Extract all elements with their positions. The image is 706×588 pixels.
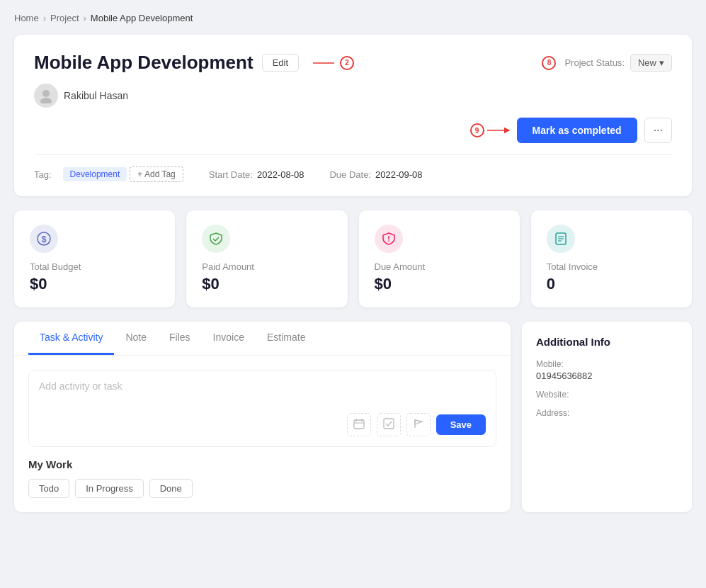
svg-text:!: ! [387, 234, 390, 243]
breadcrumb: Home › Project › Mobile App Development [14, 13, 692, 23]
flag-icon-button[interactable] [406, 413, 431, 436]
stat-total-budget: $ Total Budget $0 [14, 210, 175, 307]
breadcrumb-sep1: › [43, 13, 46, 23]
invoice-icon [547, 225, 575, 253]
breadcrumb-home[interactable]: Home [14, 13, 39, 23]
svg-point-2 [40, 98, 52, 103]
dollar-icon: $ [37, 232, 51, 246]
paid-label: Paid Amount [202, 261, 331, 272]
project-header-top: Mobile App Development Edit 2 8 Project … [34, 52, 672, 74]
mobile-label: Mobile: [536, 359, 678, 369]
breadcrumb-sep2: › [84, 13, 86, 23]
divider [34, 154, 672, 155]
tabs-row: Task & Activity Note Files Invoice Estim… [14, 322, 511, 356]
due-date-label: Due Date: [329, 169, 371, 180]
address-info: Address: [536, 408, 678, 418]
stat-total-invoice: Total Invoice 0 [531, 210, 692, 307]
mark-completed-button[interactable]: Mark as completed [517, 118, 637, 143]
invoice-label: Total Invoice [547, 261, 676, 272]
add-tag-button[interactable]: + Add Tag [130, 166, 183, 182]
save-button[interactable]: Save [436, 414, 486, 435]
stat-paid-amount: Paid Amount $0 [186, 210, 347, 307]
due-date-group: Due Date: 2022-09-08 [329, 169, 422, 180]
avatar [34, 84, 58, 108]
start-date-label: Start Date: [209, 169, 253, 180]
due-label: Due Amount [375, 261, 504, 272]
svg-point-1 [42, 90, 50, 97]
edit-button[interactable]: Edit [262, 54, 299, 72]
project-status-row: 8 Project Status: New ▾ [542, 54, 672, 72]
project-title-row: Mobile App Development Edit 2 [34, 52, 354, 74]
tab-estimate[interactable]: Estimate [256, 322, 317, 355]
my-work-section: My Work Todo In Progress Done [28, 458, 496, 498]
user-avatar-icon [38, 88, 54, 103]
chevron-down-icon: ▾ [659, 57, 664, 68]
checklist-icon-button[interactable] [377, 413, 401, 436]
annotation-2: 2 [340, 56, 354, 70]
svg-text:$: $ [42, 234, 47, 244]
my-work-title: My Work [28, 458, 496, 470]
tab-task-activity[interactable]: Task & Activity [28, 322, 114, 355]
stats-row: $ Total Budget $0 Paid Amount $0 ! [14, 210, 692, 307]
tab-note[interactable]: Note [114, 322, 158, 355]
main-panel: Task & Activity Note Files Invoice Estim… [14, 322, 511, 512]
content-row: Task & Activity Note Files Invoice Estim… [14, 322, 692, 512]
stat-due-amount: ! Due Amount $0 [359, 210, 520, 307]
svg-rect-15 [384, 419, 394, 429]
filter-todo[interactable]: Todo [28, 479, 69, 498]
status-dropdown[interactable]: New ▾ [630, 54, 672, 72]
annotation-8: 8 [542, 56, 556, 70]
budget-label: Total Budget [30, 261, 159, 272]
filter-in-progress[interactable]: In Progress [75, 479, 143, 498]
tab-content: Add activity or task [14, 356, 511, 512]
check-shield-icon [209, 232, 223, 246]
tab-files[interactable]: Files [158, 322, 202, 355]
invoice-value: 0 [547, 275, 676, 293]
start-date-value: 2022-08-08 [257, 169, 304, 180]
main-project-card: Mobile App Development Edit 2 8 Project … [14, 35, 692, 196]
arrow-annotation-2 [313, 58, 340, 68]
breadcrumb-current: Mobile App Development [91, 13, 193, 23]
breadcrumb-project[interactable]: Project [50, 13, 79, 23]
calendar-icon-button[interactable] [347, 413, 371, 436]
work-filter-row: Todo In Progress Done [28, 479, 496, 498]
mobile-info: Mobile: 01945636882 [536, 359, 678, 381]
activity-actions: Save [39, 413, 486, 436]
username: Rakibul Hasan [64, 90, 128, 101]
alert-shield-icon: ! [382, 232, 396, 246]
mobile-value: 01945636882 [536, 371, 678, 381]
flag-icon [413, 418, 424, 429]
address-label: Address: [536, 408, 678, 418]
filter-done[interactable]: Done [149, 479, 193, 498]
activity-input-area: Add activity or task [28, 370, 496, 447]
svg-rect-11 [354, 420, 364, 429]
tab-invoice[interactable]: Invoice [202, 322, 256, 355]
status-value: New [638, 57, 656, 68]
budget-icon: $ [30, 225, 58, 253]
calendar-icon [353, 418, 365, 429]
tag-chip[interactable]: Development [63, 167, 127, 181]
due-icon: ! [375, 225, 403, 253]
website-label: Website: [536, 390, 678, 400]
user-row: Rakibul Hasan [34, 84, 672, 108]
action-row: 9 Mark as completed ··· [34, 118, 672, 143]
additional-info-title: Additional Info [536, 336, 678, 348]
paid-value: $0 [202, 275, 331, 293]
project-title: Mobile App Development [34, 52, 254, 74]
tag-row: Tag: Development + Add Tag Start Date: 2… [34, 166, 672, 182]
activity-placeholder[interactable]: Add activity or task [39, 380, 486, 392]
side-panel: Additional Info Mobile: 01945636882 Webs… [522, 322, 692, 512]
tag-label: Tag: [34, 169, 52, 180]
arrow-annotation-9 [487, 126, 510, 135]
status-label: Project Status: [564, 57, 625, 68]
checklist-icon [383, 418, 394, 429]
start-date-group: Start Date: 2022-08-08 [209, 169, 304, 180]
paid-icon [202, 225, 230, 253]
website-info: Website: [536, 390, 678, 400]
due-date-value: 2022-09-08 [375, 169, 423, 180]
annotation-9: 9 [470, 123, 484, 137]
due-value: $0 [375, 275, 504, 293]
more-options-button[interactable]: ··· [644, 118, 672, 143]
budget-value: $0 [30, 275, 159, 293]
invoice-list-icon [554, 232, 568, 246]
